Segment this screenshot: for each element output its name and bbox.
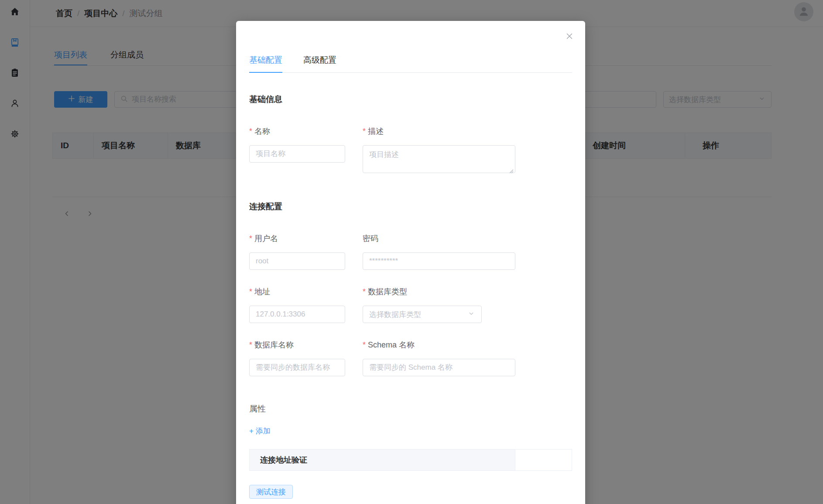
required-mark: * <box>363 127 366 136</box>
db-name-input[interactable] <box>249 359 345 376</box>
name-label: *名称 <box>249 127 345 136</box>
db-type-field: *数据库类型 选择数据库类型 <box>363 287 515 323</box>
address-input[interactable] <box>249 306 345 323</box>
required-mark: * <box>249 127 252 136</box>
schema-name-input[interactable] <box>363 359 515 376</box>
db-type-select[interactable]: 选择数据库类型 <box>363 306 482 323</box>
required-mark: * <box>249 341 252 349</box>
dialog-close-button[interactable] <box>565 31 574 41</box>
password-field: 密码 <box>363 234 515 270</box>
attribute-row-value[interactable] <box>515 450 572 470</box>
project-config-dialog: 基础配置 高级配置 基础信息 *名称 *描述 连接配置 <box>236 21 585 504</box>
db-type-select-placeholder: 选择数据库类型 <box>369 310 421 320</box>
tab-basic-config[interactable]: 基础配置 <box>249 54 282 73</box>
username-input[interactable] <box>249 252 345 270</box>
username-label: *用户名 <box>249 234 345 243</box>
name-field: *名称 <box>249 127 345 175</box>
address-label: *地址 <box>249 287 345 296</box>
required-mark: * <box>363 341 366 349</box>
close-icon <box>565 31 574 41</box>
address-field: *地址 <box>249 287 345 323</box>
password-input[interactable] <box>363 252 515 270</box>
description-field: *描述 <box>363 127 515 175</box>
schema-name-label: *Schema 名称 <box>363 341 515 349</box>
required-mark: * <box>363 287 366 296</box>
connection-section-title: 连接配置 <box>249 201 572 212</box>
chevron-down-icon <box>467 310 475 319</box>
required-mark: * <box>249 287 252 296</box>
attribute-row-label: 连接地址验证 <box>250 450 515 470</box>
dialog-tabs: 基础配置 高级配置 <box>249 54 572 73</box>
attributes-section-title: 属性 <box>249 403 572 415</box>
db-type-label: *数据库类型 <box>363 287 515 296</box>
add-attribute-link[interactable]: + 添加 <box>249 426 271 436</box>
basic-info-section-title: 基础信息 <box>249 94 572 105</box>
username-field: *用户名 <box>249 234 345 270</box>
description-label: *描述 <box>363 127 515 136</box>
db-name-label: *数据库名称 <box>249 341 345 349</box>
description-textarea[interactable] <box>363 145 515 173</box>
tab-advanced-config[interactable]: 高级配置 <box>303 54 336 73</box>
test-connection-button[interactable]: 测试连接 <box>249 485 293 499</box>
schema-name-field: *Schema 名称 <box>363 341 515 376</box>
name-input[interactable] <box>249 145 345 163</box>
password-label: 密码 <box>363 234 515 243</box>
attribute-row: 连接地址验证 <box>249 449 572 471</box>
db-name-field: *数据库名称 <box>249 341 345 376</box>
required-mark: * <box>249 234 252 243</box>
screen: 首页 / 项目中心 / 测试分组 项目列表 分组成员 新建 <box>0 0 823 504</box>
